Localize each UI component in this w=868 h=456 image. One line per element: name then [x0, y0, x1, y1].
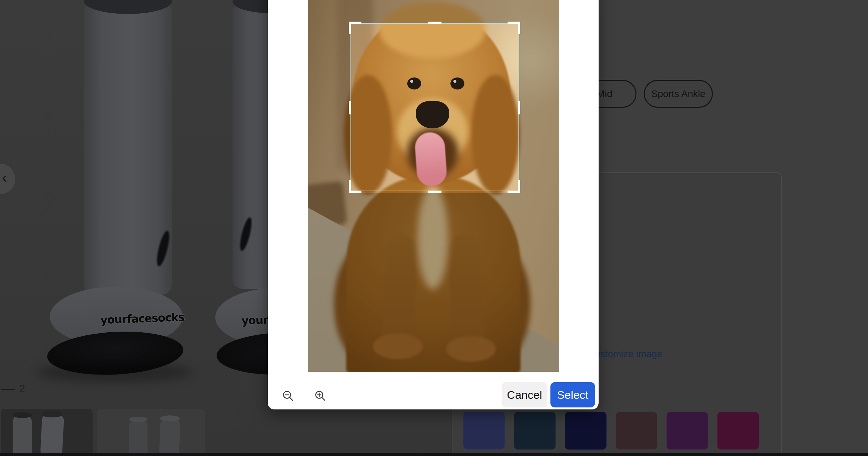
- crop-handle-bottom-right[interactable]: [507, 180, 520, 193]
- thumb-sock-cuff: [129, 417, 148, 422]
- crop-image-dialog: Cancel Select: [268, 0, 598, 409]
- chevron-left-icon: ‹: [2, 168, 7, 186]
- zoom-out-icon[interactable]: [282, 390, 294, 402]
- thumb-sock-cuff: [41, 411, 63, 418]
- color-swatch[interactable]: [565, 412, 607, 450]
- color-swatch[interactable]: [616, 412, 657, 450]
- uploaded-photo-goldendoodle: [308, 0, 559, 372]
- crop-handle-right[interactable]: [518, 101, 520, 114]
- style-option-label: Sports Ankle: [651, 88, 706, 99]
- thumb-sock: [159, 418, 180, 456]
- color-swatch[interactable]: [463, 412, 505, 450]
- crop-handle-bottom-left[interactable]: [349, 180, 362, 193]
- floor-shadow: [36, 362, 193, 382]
- crop-dim-bottom: [308, 193, 559, 372]
- thumb-sock-cuff: [160, 416, 180, 421]
- color-swatch[interactable]: [514, 412, 556, 450]
- crop-dim-top: [308, 0, 559, 23]
- crop-handle-top-right[interactable]: [507, 22, 520, 34]
- select-button[interactable]: Select: [551, 382, 595, 407]
- gallery-thumbnail[interactable]: [97, 409, 205, 456]
- crop-selection-box[interactable]: [350, 23, 519, 191]
- crop-handle-top[interactable]: [428, 22, 441, 24]
- crop-handle-bottom[interactable]: [428, 191, 441, 193]
- style-option-sports-ankle[interactable]: Sports Ankle: [644, 80, 713, 108]
- thumb-sock: [40, 413, 64, 456]
- gallery-thumbnail-selected[interactable]: [1, 409, 93, 456]
- color-swatch[interactable]: [666, 412, 708, 450]
- carousel-progress-line: [1, 389, 14, 390]
- color-swatch[interactable]: [717, 412, 759, 450]
- thumb-sock-cuff: [12, 412, 32, 418]
- crop-handle-top-left[interactable]: [349, 22, 362, 34]
- crop-handle-left[interactable]: [349, 101, 351, 114]
- carousel-page-number: 2: [19, 383, 25, 395]
- crop-dim-left: [308, 23, 350, 193]
- gallery-prev-button[interactable]: ‹: [0, 164, 15, 194]
- crop-dim-right: [519, 23, 559, 193]
- thumb-sock: [129, 420, 148, 456]
- customize-image-link[interactable]: Customize image: [588, 348, 662, 360]
- color-swatch-row: [463, 412, 759, 450]
- page-bottom-strip: [0, 453, 868, 456]
- zoom-in-icon[interactable]: [314, 390, 326, 402]
- cancel-button[interactable]: Cancel: [502, 382, 548, 407]
- thumb-sock: [12, 415, 32, 456]
